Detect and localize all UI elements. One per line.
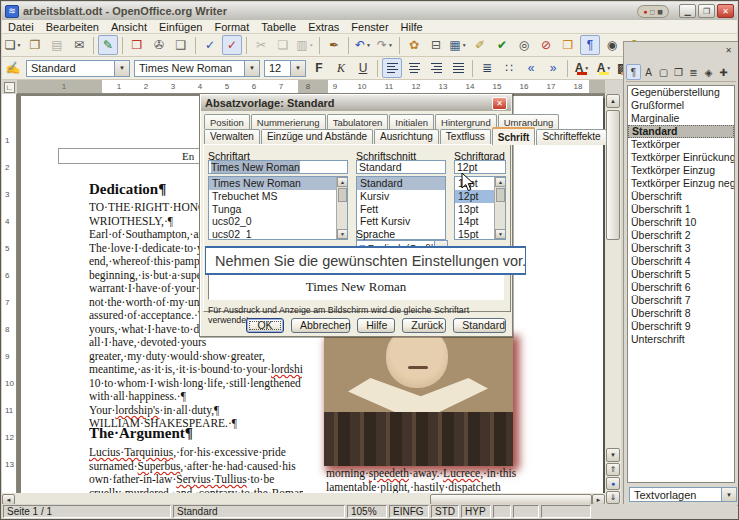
- decrease-indent-icon[interactable]: «: [521, 58, 541, 78]
- chevron-down-icon[interactable]: ▼: [290, 61, 305, 76]
- format-paintbrush-icon[interactable]: ✒: [324, 35, 344, 55]
- style-item-textkörper-einzug[interactable]: Textkörper Einzug: [628, 164, 734, 177]
- insert-mode-indicator[interactable]: EINFG: [389, 505, 429, 518]
- align-center-icon[interactable]: [404, 58, 424, 78]
- record-icon[interactable]: ●: [643, 8, 647, 15]
- tab-schrift[interactable]: Schrift: [492, 127, 536, 145]
- style-item-überschrift-9[interactable]: Überschrift 9: [628, 320, 734, 333]
- style-item-textkörper-einzug-negativ[interactable]: Textkörper Einzug negativ: [628, 177, 734, 190]
- stylist-filter-combo[interactable]: Textvorlagen ▼: [629, 487, 737, 502]
- menu-item-tabelle[interactable]: Tabelle: [255, 20, 302, 34]
- caption-line[interactable]: lamentable·plight,·hastily·dispatcheth: [326, 481, 522, 494]
- heading-argument[interactable]: The·Argument¶: [89, 425, 302, 442]
- dialog-titlebar[interactable]: Absatzvorlage: Standard ✕: [201, 95, 511, 111]
- font-size-combo[interactable]: 12▼: [264, 60, 306, 77]
- page-styles-icon[interactable]: ❐: [671, 64, 686, 80]
- ok-button[interactable]: OK: [246, 318, 284, 333]
- undo-icon[interactable]: ↶▼: [353, 35, 373, 55]
- dropdown-arrow-icon[interactable]: ▼: [584, 65, 589, 71]
- italic-button[interactable]: K: [331, 58, 351, 78]
- right-column-paragraph[interactable]: morning·speedeth·away.·Lucrece,·in·thisl…: [326, 467, 522, 493]
- hilfe-button[interactable]: Hilfe: [357, 318, 395, 333]
- gallery-icon[interactable]: ✿: [404, 35, 424, 55]
- insert-table-icon[interactable]: ▦▼: [448, 35, 468, 55]
- no-edit-icon[interactable]: ⊘: [536, 35, 556, 55]
- scroll-down-icon[interactable]: ▼: [337, 229, 348, 239]
- bold-button[interactable]: F: [309, 58, 329, 78]
- align-right-icon[interactable]: [426, 58, 446, 78]
- dropdown-arrow-icon[interactable]: ▼: [16, 42, 21, 48]
- restore-button[interactable]: ❐: [698, 4, 715, 18]
- style-item-überschrift-2[interactable]: Überschrift 2: [628, 229, 734, 242]
- argument-line[interactable]: Lucius·Tarquinius,·for·his·excessive·pri…: [89, 446, 303, 460]
- size-list-scrollbar[interactable]: ▲ ▼: [494, 177, 505, 239]
- tab-tabulatoren[interactable]: Tabulatoren: [327, 114, 389, 129]
- dedication-line[interactable]: meantime,·as·it·is,·it·is·bound·to·your·…: [89, 363, 303, 377]
- vertical-scroll-thumb[interactable]: [606, 110, 620, 240]
- stylist-header[interactable]: ✕: [624, 42, 738, 62]
- style-item-textkörper[interactable]: Textkörper: [628, 138, 734, 151]
- chevron-down-icon[interactable]: ▼: [114, 61, 129, 76]
- fill-format-mode-icon[interactable]: ◈: [701, 64, 716, 80]
- dropdown-arrow-icon[interactable]: ▼: [366, 42, 371, 48]
- window-titlebar[interactable]: ≋ arbeitsblatt.odt - OpenOffice.org Writ…: [2, 2, 737, 20]
- paragraph-styles-icon[interactable]: ¶: [626, 64, 641, 80]
- selection-mode-indicator[interactable]: STD: [431, 505, 459, 518]
- data-sources-icon[interactable]: ⊟: [426, 35, 446, 55]
- scroll-down-icon[interactable]: ▼: [606, 448, 620, 462]
- copy-icon[interactable]: ❏: [273, 35, 293, 55]
- tab-ausrichtung[interactable]: Ausrichtung: [374, 129, 439, 145]
- font-list-item-ucs02-1[interactable]: ucs02_1: [209, 228, 347, 240]
- previous-page-icon[interactable]: ⇑: [606, 463, 620, 476]
- dialog-close-icon[interactable]: ✕: [492, 97, 507, 110]
- edit-file-icon[interactable]: ✎: [98, 35, 118, 55]
- scroll-thumb[interactable]: [338, 188, 347, 202]
- menu-item-hilfe[interactable]: Hilfe: [395, 20, 429, 34]
- menu-item-extras[interactable]: Extras: [302, 20, 345, 34]
- style-item-überschrift-7[interactable]: Überschrift 7: [628, 294, 734, 307]
- scroll-up-icon[interactable]: ▲: [337, 177, 348, 187]
- standard-button[interactable]: Standard: [453, 318, 506, 333]
- underline-button[interactable]: U: [353, 58, 373, 78]
- style-item-textkörper-einrückung[interactable]: Textkörper Einrückung: [628, 151, 734, 164]
- font-name-input[interactable]: Times New Roman: [208, 160, 348, 174]
- numbered-list-icon[interactable]: ≣: [477, 58, 497, 78]
- tab-einzüge-und-abstände[interactable]: Einzüge und Abstände: [261, 129, 373, 145]
- style-item-überschrift[interactable]: Überschrift: [628, 190, 734, 203]
- paragraph-style-combo[interactable]: Standard▼: [26, 60, 130, 77]
- dropdown-arrow-icon[interactable]: ▼: [462, 42, 467, 48]
- typeface-list-item-kursiv[interactable]: Kursiv: [357, 190, 445, 203]
- dropdown-arrow-icon[interactable]: ▼: [309, 42, 314, 48]
- font-list-item-times-new-roman[interactable]: Times New Roman: [209, 177, 347, 190]
- style-item-überschrift-8[interactable]: Überschrift 8: [628, 307, 734, 320]
- font-list-item-ucs02-0[interactable]: ucs02_0: [209, 215, 347, 228]
- typeface-input[interactable]: Standard: [356, 160, 446, 174]
- open-document-icon[interactable]: ❐: [25, 35, 45, 55]
- menu-item-format[interactable]: Format: [208, 20, 255, 34]
- stylist-close-icon[interactable]: ✕: [722, 44, 735, 57]
- font-color-icon[interactable]: A▼: [572, 58, 592, 78]
- dedication-line[interactable]: 10·to·whom·I·wish·long·life,·still·lengt…: [89, 377, 303, 391]
- dedication-line[interactable]: with·all·happiness.·¶: [89, 390, 303, 404]
- horizontal-ruler[interactable]: 1123456789101112131415161718: [17, 80, 605, 94]
- tab-type-selector[interactable]: ∟: [4, 82, 15, 93]
- caption-line[interactable]: morning·speedeth·away.·Lucrece,·in·this: [326, 467, 522, 481]
- navigation-icon[interactable]: ●: [606, 477, 620, 490]
- dedication-line[interactable]: all·I·have,·devoted·yours: [89, 336, 303, 350]
- character-styles-icon[interactable]: A: [641, 64, 656, 80]
- redo-icon[interactable]: ↷▼: [375, 35, 395, 55]
- stop-icon[interactable]: ◼: [657, 8, 663, 15]
- pause-icon[interactable]: ◻: [649, 8, 655, 15]
- style-item-standard[interactable]: Standard: [628, 125, 734, 138]
- dedication-line[interactable]: greater,·my·duty·would·show·greater,: [89, 350, 303, 364]
- find-replace-icon[interactable]: ◎: [514, 35, 534, 55]
- new-document-icon[interactable]: ❏▼: [3, 35, 23, 55]
- style-item-marginalie[interactable]: Marginalie: [628, 112, 734, 125]
- autocorrect-check-icon[interactable]: ✔: [492, 35, 512, 55]
- next-page-icon[interactable]: ⇓: [606, 491, 620, 504]
- tab-schrifteffekte[interactable]: Schrifteffekte: [536, 129, 606, 145]
- close-button[interactable]: ✕: [717, 4, 734, 18]
- menu-item-datei[interactable]: Datei: [2, 20, 40, 34]
- tab-position[interactable]: Position: [204, 114, 250, 129]
- vertical-scrollbar[interactable]: ▲ ▼ ⇑ ● ⇓: [605, 94, 621, 506]
